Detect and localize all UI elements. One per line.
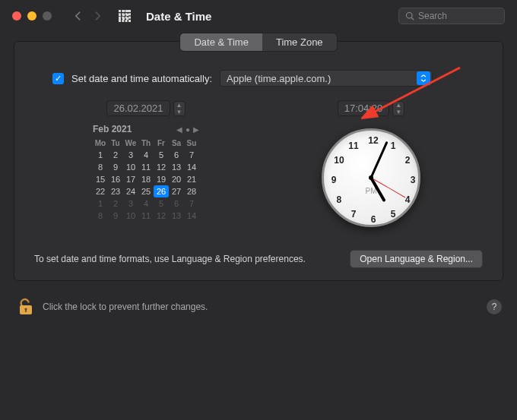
svg-rect-24 bbox=[122, 20, 124, 22]
svg-rect-26 bbox=[128, 20, 131, 22]
minimize-window-button[interactable] bbox=[27, 11, 36, 21]
calendar-day[interactable]: 25 bbox=[138, 185, 154, 197]
search-icon bbox=[405, 11, 414, 21]
calendar-day[interactable]: 13 bbox=[169, 161, 184, 173]
calendar-day[interactable]: 3 bbox=[123, 197, 138, 210]
preferences-panel: Date & Time Time Zone ✓ Set date and tim… bbox=[14, 41, 503, 281]
format-hint-row: To set date and time formats, use Langua… bbox=[14, 227, 503, 268]
close-window-button[interactable] bbox=[12, 11, 21, 21]
date-stepper-buttons[interactable]: ▲ ▼ bbox=[173, 101, 186, 116]
open-language-region-button[interactable]: Open Language & Region... bbox=[350, 250, 483, 268]
calendar-day[interactable]: 17 bbox=[123, 173, 138, 185]
calendar-day[interactable]: 20 bbox=[169, 173, 184, 185]
calendar-day[interactable]: 9 bbox=[108, 210, 123, 222]
lock-row: Click the lock to prevent further change… bbox=[0, 281, 517, 316]
calendar-day[interactable]: 7 bbox=[184, 197, 199, 210]
lock-icon[interactable] bbox=[18, 298, 33, 316]
clock-numeral: 9 bbox=[331, 175, 337, 185]
calendar-day[interactable]: 9 bbox=[108, 161, 123, 173]
stepper-up-icon[interactable]: ▲ bbox=[393, 102, 404, 109]
stepper-up-icon[interactable]: ▲ bbox=[174, 102, 185, 109]
calendar-dow: Th bbox=[138, 137, 154, 149]
show-all-icon[interactable] bbox=[119, 10, 131, 22]
calendar-day[interactable]: 8 bbox=[93, 161, 108, 173]
calendar-day[interactable]: 2 bbox=[108, 197, 123, 210]
calendar-day[interactable]: 26 bbox=[154, 185, 169, 197]
search-placeholder: Search bbox=[418, 11, 447, 21]
back-button[interactable] bbox=[70, 8, 85, 24]
svg-rect-14 bbox=[128, 10, 131, 12]
calendar-day[interactable]: 4 bbox=[138, 149, 154, 161]
clock-numeral: 1 bbox=[391, 141, 396, 151]
search-input[interactable]: Search bbox=[398, 8, 505, 24]
stepper-down-icon[interactable]: ▼ bbox=[393, 109, 404, 115]
date-stepper[interactable]: 26.02.2021 ▲ ▼ bbox=[106, 100, 185, 116]
calendar-day[interactable]: 10 bbox=[123, 210, 138, 222]
auto-set-row: ✓ Set date and time automatically: Apple… bbox=[14, 52, 503, 93]
calendar-day[interactable]: 8 bbox=[93, 210, 108, 222]
calendar-day[interactable]: 5 bbox=[154, 149, 169, 161]
calendar-dow: Fr bbox=[154, 137, 169, 149]
calendar-day[interactable]: 4 bbox=[138, 197, 154, 210]
help-button[interactable]: ? bbox=[487, 299, 502, 314]
calendar-day[interactable]: 3 bbox=[123, 149, 138, 161]
calendar-day[interactable]: 18 bbox=[138, 173, 154, 185]
calendar-next-icon[interactable]: ▶ bbox=[193, 125, 199, 134]
calendar-day[interactable]: 23 bbox=[108, 185, 123, 197]
calendar-day[interactable]: 14 bbox=[184, 210, 199, 222]
svg-rect-19 bbox=[119, 17, 121, 19]
svg-rect-21 bbox=[125, 17, 128, 19]
calendar-day[interactable]: 14 bbox=[184, 161, 199, 173]
auto-set-label: Set date and time automatically: bbox=[71, 73, 212, 84]
svg-rect-12 bbox=[122, 10, 124, 12]
calendar-today-icon[interactable]: ● bbox=[186, 125, 190, 134]
calendar: Feb 2021 ◀ ● ▶ MoTuWeThFrSaSu 1234567891… bbox=[93, 124, 199, 222]
calendar-dow: Mo bbox=[93, 137, 108, 149]
time-field[interactable]: 17:04:20 bbox=[338, 100, 390, 116]
forward-button[interactable] bbox=[90, 8, 105, 24]
calendar-day[interactable]: 21 bbox=[184, 173, 199, 185]
calendar-dow: Su bbox=[184, 137, 199, 149]
calendar-day[interactable]: 22 bbox=[93, 185, 108, 197]
calendar-day[interactable]: 12 bbox=[154, 161, 169, 173]
time-server-select[interactable]: Apple (time.apple.com.) bbox=[220, 70, 433, 87]
time-stepper[interactable]: 17:04:20 ▲ ▼ bbox=[338, 100, 405, 116]
svg-rect-15 bbox=[119, 13, 121, 15]
calendar-day[interactable]: 6 bbox=[169, 197, 184, 210]
window-titlebar: Date & Time Search bbox=[0, 0, 517, 32]
tab-time-zone[interactable]: Time Zone bbox=[262, 33, 337, 51]
calendar-dow: We bbox=[123, 137, 138, 149]
calendar-day[interactable]: 15 bbox=[93, 173, 108, 185]
calendar-day[interactable]: 27 bbox=[169, 185, 184, 197]
calendar-day[interactable]: 2 bbox=[108, 149, 123, 161]
clock-numeral: 2 bbox=[405, 155, 411, 166]
calendar-prev-icon[interactable]: ◀ bbox=[176, 125, 182, 134]
calendar-day[interactable]: 1 bbox=[93, 149, 108, 161]
calendar-day[interactable]: 16 bbox=[108, 173, 123, 185]
calendar-day[interactable]: 11 bbox=[138, 210, 154, 222]
calendar-day[interactable]: 10 bbox=[123, 161, 138, 173]
tab-date-time[interactable]: Date & Time bbox=[180, 33, 262, 51]
calendar-day[interactable]: 28 bbox=[184, 185, 199, 197]
calendar-dow: Sa bbox=[169, 137, 184, 149]
time-stepper-buttons[interactable]: ▲ ▼ bbox=[392, 101, 404, 116]
calendar-day[interactable]: 5 bbox=[154, 197, 169, 210]
calendar-day[interactable]: 13 bbox=[169, 210, 184, 222]
window-controls bbox=[12, 11, 52, 21]
calendar-dow: Tu bbox=[108, 137, 123, 149]
tab-bar: Date & Time Time Zone bbox=[14, 33, 503, 52]
svg-rect-33 bbox=[25, 309, 27, 312]
window-title: Date & Time bbox=[146, 10, 211, 23]
calendar-day[interactable]: 12 bbox=[154, 210, 169, 222]
calendar-day[interactable]: 11 bbox=[138, 161, 154, 173]
format-hint-text: To set date and time formats, use Langua… bbox=[34, 254, 306, 264]
auto-set-checkbox[interactable]: ✓ bbox=[52, 73, 64, 84]
calendar-day[interactable]: 7 bbox=[184, 149, 199, 161]
calendar-day[interactable]: 6 bbox=[169, 149, 184, 161]
date-field[interactable]: 26.02.2021 bbox=[106, 100, 170, 116]
calendar-day[interactable]: 19 bbox=[154, 173, 169, 185]
clock-minute-hand bbox=[370, 141, 389, 178]
stepper-down-icon[interactable]: ▼ bbox=[174, 109, 185, 115]
calendar-day[interactable]: 24 bbox=[123, 185, 138, 197]
calendar-day[interactable]: 1 bbox=[93, 197, 108, 210]
